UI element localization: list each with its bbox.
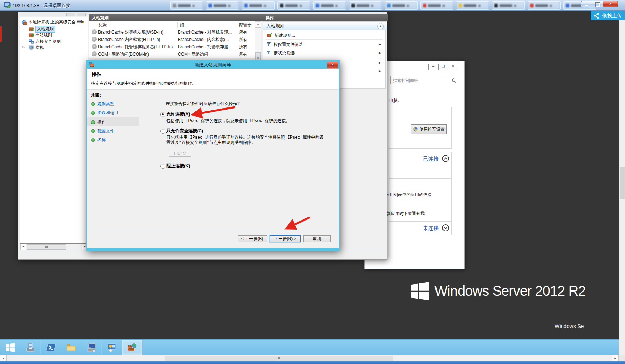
- actions-section-header[interactable]: 入站规则 ▲: [263, 22, 387, 30]
- tree-item-outbound-rules[interactable]: 出站规则: [29, 32, 52, 38]
- rdp-horizontal-scrollbar[interactable]: ◂ ▸: [0, 355, 619, 362]
- step-label[interactable]: 协议和端口: [97, 110, 118, 116]
- scroll-thumb[interactable]: [620, 167, 625, 199]
- step-protocol-ports[interactable]: 协议和端口: [91, 110, 118, 116]
- column-group[interactable]: 组: [180, 22, 184, 28]
- connection-security-icon: [29, 39, 34, 44]
- minimize-button[interactable]: [581, 1, 592, 7]
- taskbar-item-control-panel[interactable]: [101, 340, 122, 355]
- host-taskbar-tab[interactable]: [277, 1, 310, 10]
- scroll-up-button[interactable]: ▴: [255, 22, 261, 28]
- taskbar-item-powershell[interactable]: [40, 340, 61, 355]
- rdp-vertical-scrollbar[interactable]: [619, 20, 625, 355]
- step-label[interactable]: 配置文件: [97, 128, 114, 134]
- host-taskbar-tab[interactable]: [492, 1, 525, 10]
- rule-row[interactable]: ✓ BranchCache 对等机发现(WSD-In) BranchCache …: [89, 28, 255, 36]
- toolbar-button[interactable]: [66, 13, 75, 16]
- tree-item-inbound-rules[interactable]: 入站规则: [29, 26, 55, 33]
- option-block-label[interactable]: 阻止连接(K): [166, 163, 190, 169]
- submenu-arrow-icon: ▶: [379, 43, 381, 46]
- tree-horizontal-scrollbar[interactable]: ◂ ▸: [20, 244, 88, 250]
- control-panel-search-input[interactable]: 搜索控制面板: [390, 76, 459, 84]
- tree-root[interactable]: 本地计算机 上的高级安全 Win: [22, 19, 85, 25]
- actions-section-label: 入站规则: [266, 23, 284, 28]
- rule-row[interactable]: ✓ BranchCache 内容检索(HTTP-In) BranchCache …: [89, 36, 255, 43]
- submenu-arrow-icon: ▶: [379, 51, 381, 55]
- rule-row[interactable]: ✓ BranchCache 托管缓存服务器(HTTP-In) BranchCac…: [89, 43, 255, 50]
- scroll-right-button[interactable]: ▸: [612, 355, 619, 362]
- cancel-button[interactable]: 取消: [303, 235, 331, 242]
- tree-expand-arrow[interactable]: ▷: [22, 45, 25, 49]
- windows-firewall-icon: [127, 342, 137, 353]
- taskbar-item-windows-firewall[interactable]: [122, 340, 143, 355]
- chevron-down-icon[interactable]: [442, 224, 449, 231]
- drag-upload-badge[interactable]: 拖拽上传: [591, 11, 625, 20]
- use-recommended-settings-button[interactable]: 使用推荐设置: [411, 124, 447, 134]
- host-taskbar-tab[interactable]: [420, 1, 453, 10]
- radio-allow-secure-only[interactable]: [160, 129, 165, 134]
- host-taskbar-tab[interactable]: [528, 1, 561, 10]
- tree-item-connection-security[interactable]: 连接安全规则: [29, 38, 61, 44]
- not-connected-label[interactable]: 未连接: [423, 225, 439, 232]
- taskbar-item-file-explorer[interactable]: [61, 340, 81, 355]
- rule-disabled-icon: ✓: [92, 29, 97, 34]
- customize-button[interactable]: 自定义: [169, 150, 191, 157]
- scroll-left-button[interactable]: ◂: [20, 244, 26, 250]
- cp-maximize-button[interactable]: ❐: [438, 64, 448, 70]
- host-taskbar-tab[interactable]: [206, 1, 239, 10]
- action-filter-by-profile[interactable]: 按配置文件筛选 ▶: [264, 41, 384, 48]
- rules-column-headers[interactable]: 名称 组 配置文件: [89, 21, 255, 29]
- step-label[interactable]: 规则类型: [97, 101, 114, 107]
- option-allow-label[interactable]: 允许连接(A): [166, 111, 190, 117]
- tree-item-monitoring[interactable]: 监视: [29, 45, 44, 51]
- rule-row[interactable]: ✓ COM+ 网络访问(DCOM-In) COM+ 网络访问 所有: [89, 50, 255, 58]
- step-label[interactable]: 名称: [97, 137, 106, 143]
- radio-allow-connection[interactable]: [160, 112, 165, 117]
- start-button[interactable]: [0, 340, 20, 355]
- step-rule-type[interactable]: 规则类型: [91, 101, 114, 107]
- submenu-arrow-icon: ▶: [379, 69, 381, 73]
- column-name[interactable]: 名称: [98, 22, 107, 28]
- tab-close-icon: [335, 5, 338, 7]
- taskbar-item-computer-management[interactable]: [81, 340, 102, 355]
- action-filter-by-state[interactable]: 按状态筛选 ▶: [264, 49, 384, 57]
- step-action[interactable]: 操作: [91, 119, 106, 125]
- connected-label[interactable]: 已连接: [423, 156, 439, 162]
- next-button[interactable]: 下一步(N) >: [270, 235, 301, 242]
- new-inbound-rule-wizard-dialog[interactable]: 新建入站规则向导 ✕ 操作 指定在连接与规则中指定的条件相匹配时要执行的操作。 …: [86, 60, 340, 251]
- step-bullet-icon: [91, 129, 95, 133]
- collapse-chevron-icon[interactable]: ▲: [377, 23, 384, 29]
- scroll-thumb[interactable]: [27, 244, 66, 250]
- action-new-rule[interactable]: 新建规则...: [264, 31, 384, 39]
- dialog-titlebar[interactable]: 新建入站规则向导 ✕: [87, 61, 339, 69]
- option-secure-label[interactable]: 只允许安全连接(C): [166, 128, 203, 134]
- dialog-close-button[interactable]: ✕: [327, 62, 338, 68]
- step-name[interactable]: 名称: [91, 137, 106, 143]
- chevron-up-icon[interactable]: [442, 155, 449, 162]
- host-taskbar-tab[interactable]: [170, 1, 203, 10]
- host-taskbar-tab[interactable]: [313, 1, 346, 10]
- toolbar-button[interactable]: [77, 13, 86, 16]
- console-tree-pane[interactable]: 本地计算机 上的高级安全 Win 入站规则 出站规则: [20, 17, 88, 244]
- taskbar-item-server-manager[interactable]: [20, 340, 41, 355]
- scroll-thumb[interactable]: [165, 356, 393, 361]
- scroll-left-button[interactable]: ◂: [0, 355, 7, 362]
- host-taskbar-tab[interactable]: [242, 1, 275, 10]
- host-taskbar-tab[interactable]: [385, 1, 418, 10]
- host-titlebar[interactable]: 192.168.1.38 - 远程桌面连接 ✕: [0, 0, 625, 11]
- tab-label-blurred: [321, 4, 334, 7]
- radio-block-connection[interactable]: [160, 164, 165, 169]
- tab-icon: [173, 4, 176, 7]
- maximize-button[interactable]: [592, 1, 603, 7]
- wizard-footer: < 上一步(B) 下一步(N) > 取消: [87, 231, 339, 249]
- host-taskbar-tab[interactable]: [456, 1, 489, 10]
- back-button[interactable]: < 上一步(B): [238, 235, 267, 242]
- windows-logo: [411, 282, 429, 300]
- step-profile[interactable]: 配置文件: [91, 128, 114, 134]
- firewall-root-icon: [22, 20, 27, 25]
- close-button[interactable]: ✕: [603, 1, 618, 7]
- remote-desktop-viewport: ─ ❐ ✕ 搜索控制面板 电脑。 使用推荐设置: [0, 10, 619, 355]
- cp-close-button[interactable]: ✕: [448, 64, 458, 70]
- cp-minimize-button[interactable]: ─: [428, 64, 438, 70]
- host-taskbar-tab[interactable]: [349, 1, 382, 10]
